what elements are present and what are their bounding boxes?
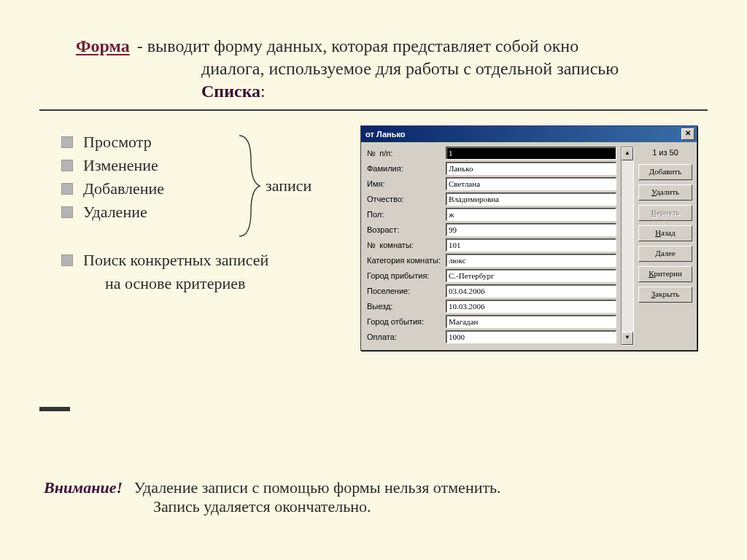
field-label: Город отбытия: — [367, 317, 446, 326]
scrollbar[interactable]: ▲ ▼ — [621, 147, 634, 346]
field-row: Возраст:99 — [367, 223, 616, 236]
field-label: № комнаты: — [367, 241, 446, 249]
удалить-button[interactable]: Удалить — [638, 184, 692, 201]
field-row: № комнаты:101 — [367, 238, 616, 252]
field-input[interactable]: 101 — [446, 238, 616, 252]
warning-label: Внимание! — [44, 478, 123, 497]
button-column: 1 из 50 ДобавитьУдалитьВернутьНазадДалее… — [638, 147, 692, 346]
list-item: Удаление — [61, 203, 346, 222]
field-input[interactable]: С.-Петербург — [446, 269, 616, 282]
footer-line1: Удаление записи с помощью формы нельзя о… — [133, 478, 500, 497]
field-row: Пол:ж — [367, 208, 616, 221]
data-form-dialog: от Ланько ✕ № п/п:1Фамилия:ЛанькоИмя:Све… — [360, 125, 697, 351]
field-input[interactable]: Ланько — [446, 162, 616, 175]
list-item: Просмотр — [61, 133, 346, 152]
dialog-title: от Ланько — [365, 130, 405, 139]
критерии-button[interactable]: Критерии — [638, 266, 692, 282]
field-label: Отчество: — [367, 195, 446, 203]
field-input[interactable]: 03.04.2006 — [446, 284, 616, 298]
далее-button[interactable]: Далее — [638, 246, 692, 262]
bullet-group-b: Поиск конкретных записей на основе крите… — [61, 251, 346, 293]
field-row: Город прибытия:С.-Петербург — [367, 269, 616, 282]
назад-button[interactable]: Назад — [638, 225, 692, 241]
закрыть-button[interactable]: Закрыть — [638, 287, 692, 303]
field-label: Выезд: — [367, 302, 446, 311]
scroll-up-icon[interactable]: ▲ — [622, 147, 633, 160]
brace-label: записи — [266, 176, 311, 195]
field-input[interactable]: Магадан — [446, 315, 616, 328]
field-input[interactable]: 1 — [446, 147, 616, 160]
divider — [39, 109, 708, 111]
title-colon: : — [260, 82, 266, 101]
field-label: Фамилия: — [367, 164, 446, 173]
field-input[interactable]: 10.03.2006 — [446, 300, 616, 313]
title-list-word: Списка — [201, 82, 260, 101]
title-line1: - выводит форму данных, которая представ… — [137, 36, 578, 55]
accent-bar — [39, 407, 70, 411]
field-label: Поселение: — [367, 287, 446, 295]
вернуть-button: Вернуть — [638, 205, 692, 221]
footer-line2: Запись удаляется окончательно. — [153, 497, 703, 516]
field-input[interactable]: Светлана — [446, 177, 616, 190]
field-row: Категория комнаты:люкс — [367, 254, 616, 267]
field-row: Фамилия:Ланько — [367, 162, 616, 175]
form-fields-area: № п/п:1Фамилия:ЛанькоИмя:СветланаОтчеств… — [367, 147, 616, 346]
field-row: Отчество:Владимировна — [367, 192, 616, 206]
field-label: № п/п: — [367, 149, 446, 158]
scroll-down-icon[interactable]: ▼ — [622, 332, 633, 345]
title-keyword: Форма — [76, 36, 130, 55]
field-input[interactable]: 99 — [446, 223, 616, 236]
field-row: № п/п:1 — [367, 147, 616, 160]
field-row: Город отбытия:Магадан — [367, 315, 616, 328]
field-input[interactable]: Владимировна — [446, 192, 616, 206]
bullet-icon — [61, 136, 73, 148]
brace-icon — [235, 131, 261, 241]
list-item: на основе критериев — [61, 274, 346, 293]
bullet-icon — [61, 206, 73, 218]
field-label: Оплата: — [367, 332, 446, 341]
list-item: Изменение — [61, 156, 346, 175]
list-item: Поиск конкретных записей — [61, 251, 346, 270]
field-label: Имя: — [367, 179, 446, 188]
title-line2: диалога, используемое для работы с отдел… — [201, 59, 619, 78]
bullet-icon — [61, 183, 73, 195]
field-input[interactable]: 1000 — [446, 330, 616, 343]
bullet-icon — [61, 160, 73, 171]
field-row: Выезд:10.03.2006 — [367, 300, 616, 313]
bullet-icon — [61, 254, 73, 266]
footer-note: Внимание! Удаление записи с помощью форм… — [44, 478, 703, 516]
close-icon[interactable]: ✕ — [681, 128, 694, 140]
dialog-titlebar[interactable]: от Ланько ✕ — [361, 126, 697, 142]
slide-title: Форма - выводит форму данных, которая пр… — [76, 35, 708, 104]
field-row: Оплата:1000 — [367, 330, 616, 343]
scroll-track[interactable] — [622, 160, 633, 332]
добавить-button[interactable]: Добавить — [638, 164, 692, 180]
field-label: Город прибытия: — [367, 271, 446, 280]
field-input[interactable]: люкс — [446, 254, 616, 267]
field-label: Пол: — [367, 210, 446, 219]
field-row: Имя:Светлана — [367, 177, 616, 190]
record-counter: 1 из 50 — [638, 147, 692, 160]
field-input[interactable]: ж — [446, 208, 616, 221]
field-label: Возраст: — [367, 225, 446, 234]
field-label: Категория комнаты: — [367, 256, 446, 265]
field-row: Поселение:03.04.2006 — [367, 284, 616, 298]
